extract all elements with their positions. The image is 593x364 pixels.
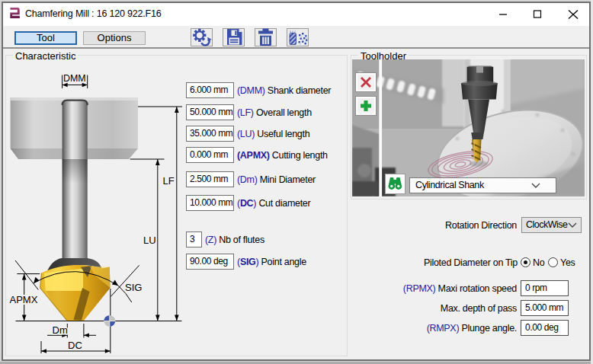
svg-text:DC: DC <box>68 340 82 351</box>
svg-text:LU: LU <box>143 235 156 246</box>
svg-text:SIG: SIG <box>125 282 142 293</box>
svg-text:APMX: APMX <box>10 294 38 305</box>
svg-text:LF: LF <box>163 175 175 187</box>
svg-text:DMM: DMM <box>63 73 86 84</box>
svg-text:Dm: Dm <box>53 324 68 336</box>
